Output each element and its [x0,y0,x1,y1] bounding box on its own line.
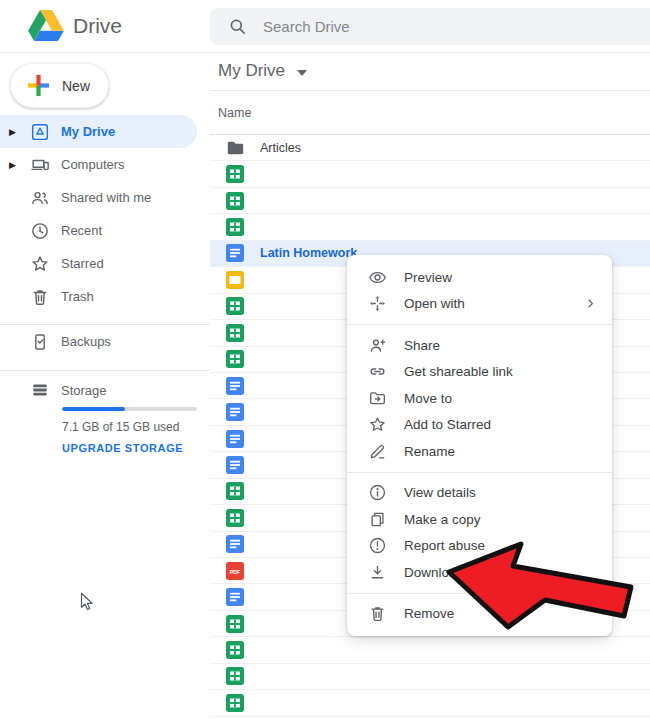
star-icon [30,254,50,274]
menu-item-label: Open with [404,296,465,311]
menu-item-rename[interactable]: Rename [347,438,612,465]
brand-name: Drive [73,14,122,38]
table-row[interactable] [210,188,650,214]
menu-item-label: Download [404,565,464,580]
download-icon [368,563,387,582]
menu-item-label: Move to [404,391,452,406]
sidebar-item-recent[interactable]: Recent [0,214,197,247]
doc-file-icon [226,403,244,421]
menu-divider [347,324,612,325]
chevron-down-icon[interactable] [297,70,307,76]
sheet-file-icon [226,667,244,685]
menu-item-preview[interactable]: Preview [347,264,612,291]
trash-icon [368,604,387,623]
sidebar-item-trash[interactable]: Trash [0,280,197,313]
info-icon [368,483,387,502]
table-row[interactable] [210,214,650,240]
menu-item-remove[interactable]: Remove [347,601,612,628]
search-input[interactable] [261,17,565,36]
new-plus-icon [26,73,51,98]
column-header-name[interactable]: Name [210,91,650,135]
menu-item-label: Get shareable link [404,364,513,379]
new-button[interactable]: New [10,63,109,108]
menu-item-open-with[interactable]: Open with [347,291,612,318]
page-title: My Drive [218,61,285,81]
context-menu: PreviewOpen withShareGet shareable linkM… [347,255,612,636]
sidebar-item-label: Storage [61,383,107,398]
menu-item-make-a-copy[interactable]: Make a copy [347,506,612,533]
menu-item-label: Remove [404,606,454,621]
menu-item-label: Share [404,338,440,353]
table-row[interactable] [210,161,650,187]
laptop-icon [30,155,50,175]
menu-item-share[interactable]: Share [347,332,612,359]
table-row[interactable] [210,664,650,690]
storage-progress-fill [62,407,125,411]
sidebar-item-starred[interactable]: Starred [0,247,197,280]
header: Drive [0,0,650,53]
menu-item-move-to[interactable]: Move to [347,385,612,412]
sidebar-item-my-drive[interactable]: ▶My Drive [0,115,197,148]
menu-item-label: View details [404,485,476,500]
table-row-articles[interactable]: Articles [210,135,650,161]
expand-caret-icon[interactable]: ▶ [9,160,21,170]
sidebar-item-storage[interactable]: Storage [0,376,197,404]
slides-file-icon [226,271,244,289]
menu-item-label: Rename [404,444,455,459]
sidebar-item-label: Trash [61,289,94,304]
sidebar-nav: ▶My Drive▶ComputersShared with meRecentS… [0,115,210,313]
search-icon[interactable] [228,17,247,36]
pdf-file-icon: PDF [226,562,244,580]
doc-file-icon [226,588,244,606]
doc-file-icon [226,430,244,448]
star-icon [368,415,387,434]
sidebar-item-backups[interactable]: Backups [0,325,197,358]
people-icon [30,188,50,208]
menu-item-add-to-starred[interactable]: Add to Starred [347,412,612,439]
menu-item-get-shareable-link[interactable]: Get shareable link [347,359,612,386]
eye-icon [368,268,387,287]
menu-divider [347,472,612,473]
menu-item-label: Add to Starred [404,417,491,432]
sidebar-divider [0,370,210,371]
upgrade-storage-link[interactable]: UPGRADE STORAGE [62,442,183,454]
storage-block: Storage 7.1 GB of 15 GB used UPGRADE STO… [0,376,210,456]
sheet-file-icon [226,615,244,633]
sidebar-item-shared-with-me[interactable]: Shared with me [0,181,197,214]
person-add-icon [368,336,387,355]
menu-item-label: Preview [404,270,452,285]
chevron-right-icon [583,296,598,311]
expand-caret-icon[interactable]: ▶ [9,127,21,137]
sheet-file-icon [226,324,244,342]
google-drive-window: Drive New ▶My Drive▶ComputersShared with… [0,0,650,719]
sidebar: New ▶My Drive▶ComputersShared with meRec… [0,52,210,719]
sheet-file-icon [226,218,244,236]
sheet-file-icon [226,641,244,659]
menu-item-label: Report abuse [404,538,485,553]
file-name: Latin Homework [260,246,357,260]
menu-item-report-abuse[interactable]: Report abuse [347,533,612,560]
doc-file-icon [226,535,244,553]
open-with-icon [368,294,387,313]
doc-file-icon [226,456,244,474]
drive-icon [30,122,50,142]
search-bar[interactable] [210,8,650,45]
storage-icon [30,380,50,400]
sheet-file-icon [226,192,244,210]
sidebar-item-label: Backups [61,334,111,349]
breadcrumb-bar: My Drive [210,52,650,91]
sidebar-item-computers[interactable]: ▶Computers [0,148,197,181]
table-row[interactable] [210,690,650,716]
menu-item-download[interactable]: Download [347,559,612,586]
menu-item-view-details[interactable]: View details [347,480,612,507]
sidebar-item-label: Recent [61,223,102,238]
drive-logo-icon [28,10,64,41]
sheet-file-icon [226,165,244,183]
drive-brand[interactable]: Drive [28,10,122,41]
svg-text:PDF: PDF [230,568,241,574]
table-row[interactable] [210,637,650,663]
new-button-label: New [62,78,90,94]
folder-file-icon [226,139,244,157]
menu-item-label: Make a copy [404,512,481,527]
link-icon [368,362,387,381]
